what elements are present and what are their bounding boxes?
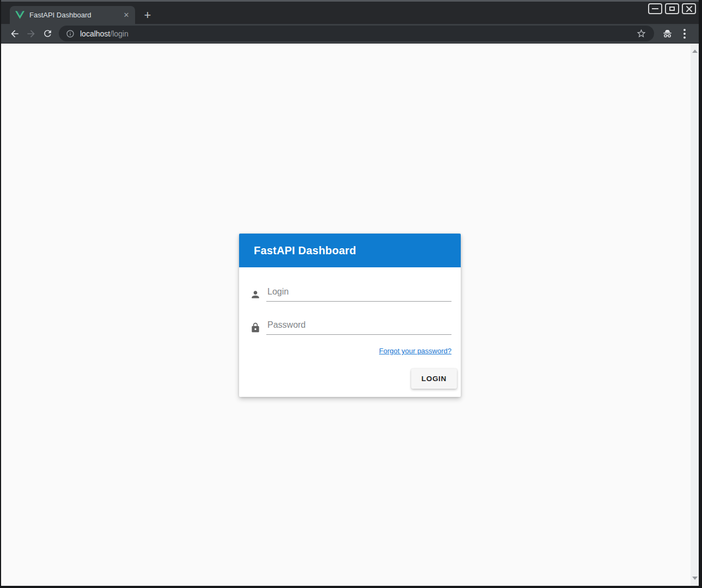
url-text: localhost/login xyxy=(80,29,129,38)
tab-strip: FastAPI Dashboard ✕ + xyxy=(1,2,699,24)
lock-icon xyxy=(250,322,261,333)
forward-arrow-icon xyxy=(26,28,36,39)
back-arrow-icon xyxy=(9,28,20,39)
maximize-icon xyxy=(669,7,675,11)
password-input[interactable] xyxy=(266,320,451,335)
login-card-body: Forgot your password? LOGIN xyxy=(239,267,461,397)
forward-button[interactable] xyxy=(23,26,39,42)
new-tab-button[interactable]: + xyxy=(139,6,156,24)
person-icon xyxy=(250,289,261,300)
star-icon xyxy=(636,28,646,39)
reload-button[interactable] xyxy=(39,26,56,42)
tab-close-icon[interactable]: ✕ xyxy=(121,10,132,21)
page-scrollbar[interactable] xyxy=(691,44,699,586)
scrollbar-down-arrow-icon[interactable] xyxy=(692,577,698,580)
page-content: FastAPI Dashboard Forgot your passwo xyxy=(1,44,699,586)
login-card-header: FastAPI Dashboard xyxy=(239,234,461,267)
kebab-menu-icon xyxy=(683,29,686,39)
login-field-row xyxy=(250,287,451,302)
url-path: /login xyxy=(110,29,128,38)
browser-menu-button[interactable] xyxy=(676,26,693,42)
login-card: FastAPI Dashboard Forgot your passwo xyxy=(239,234,461,397)
incognito-icon xyxy=(662,28,673,39)
url-host: localhost xyxy=(80,29,110,38)
login-card-title: FastAPI Dashboard xyxy=(254,244,356,257)
scrollbar-up-arrow-icon[interactable] xyxy=(692,50,698,53)
close-icon xyxy=(686,6,692,12)
tab-title: FastAPI Dashboard xyxy=(29,11,121,19)
forgot-password-link[interactable]: Forgot your password? xyxy=(379,347,451,355)
minimize-icon xyxy=(652,8,658,9)
window-controls xyxy=(648,3,696,14)
reload-icon xyxy=(42,28,53,39)
login-input[interactable] xyxy=(266,287,451,302)
login-button-row: LOGIN xyxy=(250,369,451,393)
address-bar[interactable]: localhost/login xyxy=(59,26,654,41)
back-button[interactable] xyxy=(7,26,23,42)
minimize-button[interactable] xyxy=(648,3,662,14)
incognito-indicator xyxy=(658,26,676,42)
password-field-row xyxy=(250,320,451,335)
vue-favicon-icon xyxy=(15,11,25,19)
bookmark-star-button[interactable] xyxy=(632,26,650,42)
login-button[interactable]: LOGIN xyxy=(411,369,457,389)
forgot-password-row: Forgot your password? xyxy=(250,346,451,356)
browser-toolbar: localhost/login xyxy=(1,24,699,44)
browser-window: FastAPI Dashboard ✕ + xyxy=(1,0,699,586)
page-info-icon[interactable] xyxy=(66,29,75,38)
maximize-button[interactable] xyxy=(665,3,679,14)
browser-tab[interactable]: FastAPI Dashboard ✕ xyxy=(10,6,135,24)
close-window-button[interactable] xyxy=(682,3,696,14)
